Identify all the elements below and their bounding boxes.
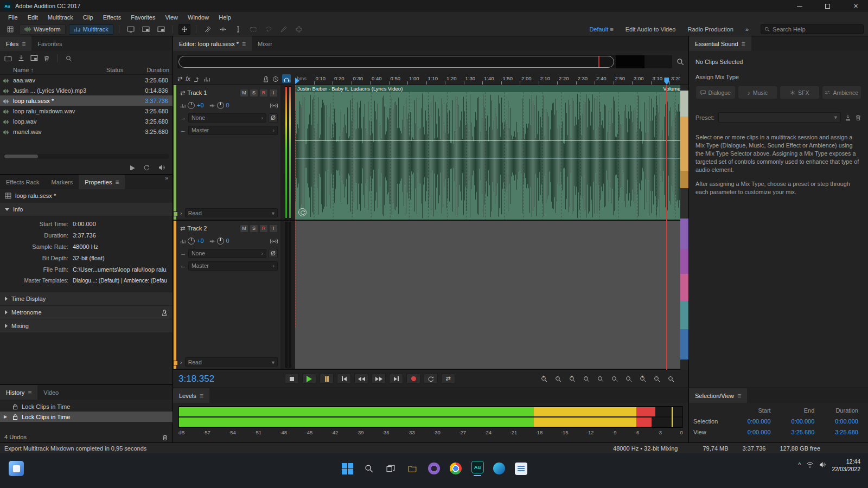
tray-network-icon[interactable] (803, 461, 816, 468)
section-time-display[interactable]: Time Display (0, 292, 173, 305)
taskbar-edge-icon[interactable] (488, 456, 510, 481)
time-selection-tool-icon[interactable] (232, 24, 244, 35)
panel-overflow-chevron[interactable]: » (165, 175, 173, 189)
mix-type-sfx-button[interactable]: SFX (780, 86, 820, 99)
metronome-toggle-icon[interactable] (263, 75, 269, 82)
menu-view[interactable]: View (160, 14, 183, 21)
arm-record-button[interactable]: R (259, 89, 268, 97)
tab-favorites[interactable]: Favorites (31, 36, 68, 51)
fast-forward-button[interactable] (372, 374, 386, 384)
mute-button[interactable]: M (240, 89, 248, 97)
tab-properties[interactable]: Properties≡ (79, 175, 125, 189)
section-metronome[interactable]: Metronome (0, 306, 173, 319)
lasso-selection-tool-icon[interactable] (263, 24, 275, 35)
mute-button[interactable]: M (240, 224, 248, 233)
help-search-input[interactable] (773, 26, 860, 33)
panel-menu-icon[interactable]: ≡ (115, 178, 119, 186)
view-start-value[interactable]: 0:00.000 (732, 427, 776, 438)
zoom-out-amplitude-button[interactable]: − (582, 375, 591, 383)
menu-help[interactable]: Help (214, 14, 236, 21)
tab-effects-rack[interactable]: Effects Rack (0, 175, 46, 189)
panel-menu-icon[interactable]: ≡ (242, 40, 246, 48)
panel-menu-icon[interactable]: ≡ (742, 40, 745, 48)
tab-files[interactable]: Files≡ (0, 36, 31, 51)
panel-menu-icon[interactable]: ≡ (28, 389, 31, 396)
close-button[interactable]: × (844, 0, 868, 12)
audio-clip[interactable]: Justin Bieber - Baby ft. Ludacris (Lyric… (295, 85, 687, 220)
taskbar-media-app-icon[interactable] (423, 456, 445, 481)
routing-icon[interactable] (194, 75, 200, 82)
files-column-header[interactable]: Name ↑ Status Duration (0, 65, 173, 75)
slip-tool-icon[interactable] (217, 24, 229, 35)
tab-mixer[interactable]: Mixer (252, 36, 278, 51)
spectral-pitch-display-icon[interactable] (155, 24, 167, 35)
menu-edit[interactable]: Edit (23, 14, 43, 21)
start-time-value[interactable]: 0:00.000 (73, 221, 167, 227)
track-drag-handle-icon[interactable]: ⇄ (180, 89, 185, 97)
zoom-out-time-button[interactable]: − (554, 375, 563, 383)
menu-multitrack[interactable]: Multitrack (43, 14, 78, 21)
automation-mode-selector[interactable]: Read▾ (185, 208, 278, 217)
volume-knob[interactable] (188, 102, 195, 109)
section-info[interactable]: Info (0, 203, 173, 216)
metering-icon[interactable] (203, 75, 210, 82)
panel-menu-icon[interactable]: ≡ (200, 392, 203, 400)
track-expand-chevron[interactable]: › (180, 359, 182, 365)
volume-value[interactable]: +0 (197, 102, 204, 108)
open-file-icon[interactable] (4, 54, 12, 62)
timeline-ruler[interactable]: hms 0:10 0:20 0:30 0:40 0:50 1:00 1:10 1… (295, 73, 680, 85)
tab-markers[interactable]: Markers (46, 175, 79, 189)
file-row-selected[interactable]: loop ralu.sesx *3:37.736 (0, 95, 173, 106)
file-row[interactable]: aaa.wav3:25.680 (0, 75, 173, 85)
menu-favorites[interactable]: Favorites (126, 14, 160, 21)
preview-play-icon[interactable] (129, 164, 135, 170)
monitor-input-button[interactable]: I (269, 224, 278, 233)
new-item-icon[interactable] (30, 54, 38, 62)
workspace-edit-audio-to-video[interactable]: Edit Audio to Video (621, 26, 680, 33)
shuffle-clips-icon[interactable]: ⇄ (177, 75, 182, 82)
spectral-display-icon[interactable] (140, 24, 152, 35)
taskbar-file-explorer-icon[interactable] (401, 456, 423, 481)
zoom-in-at-playhead-button[interactable]: + (639, 375, 647, 383)
menu-file[interactable]: File (3, 14, 23, 21)
track-input-selector[interactable]: None› (188, 113, 266, 123)
track-drag-handle-icon[interactable]: ⇄ (180, 225, 185, 232)
broadcast-monitor-icon[interactable] (270, 237, 278, 244)
marquee-selection-tool-icon[interactable] (247, 24, 259, 35)
automation-mode-selector[interactable]: Read▾ (185, 357, 278, 367)
zoom-to-out-point-button[interactable] (610, 375, 619, 383)
file-row[interactable]: manel.wav3:25.680 (0, 126, 173, 137)
file-row[interactable]: loop ralu_mixdown.wav3:25.680 (0, 106, 173, 116)
taskbar-search-icon[interactable] (358, 456, 380, 481)
track-output-selector[interactable]: Master› (188, 261, 278, 271)
volume-value[interactable]: +0 (197, 237, 204, 244)
time-display[interactable]: 3:18.352 (178, 374, 282, 384)
preset-dropdown[interactable]: ▾ (718, 112, 841, 123)
clear-history-trash-icon[interactable] (162, 433, 168, 440)
phase-invert-button[interactable]: Ø (269, 113, 278, 123)
broadcast-monitor-icon[interactable] (270, 101, 278, 108)
selection-duration-value[interactable]: 0:00.000 (820, 416, 864, 427)
clip-header[interactable]: Justin Bieber - Baby ft. Ludacris (Lyric… (295, 85, 687, 92)
track-1-lane[interactable]: Justin Bieber - Baby ft. Ludacris (Lyric… (295, 85, 688, 220)
workspace-default[interactable]: Default ≡ (585, 26, 617, 33)
clip-automation-label[interactable]: Volume (663, 86, 681, 92)
metronome-icon[interactable] (161, 309, 168, 316)
taskbar-task-view-icon[interactable] (380, 456, 401, 481)
tab-editor[interactable]: Editor: loop ralu.sesx *≡ (173, 36, 252, 51)
zoom-to-in-point-button[interactable] (596, 375, 605, 383)
volume-knob[interactable] (188, 237, 195, 245)
pause-button[interactable] (320, 374, 334, 384)
track-input-selector[interactable]: None› (188, 249, 266, 258)
mix-type-dialogue-button[interactable]: Dialogue (695, 86, 736, 99)
solo-button[interactable]: S (250, 224, 258, 233)
tab-selection-view[interactable]: Selection/View≡ (689, 388, 747, 403)
taskbar-chrome-icon[interactable] (445, 456, 467, 481)
taskbar-audition-icon-active[interactable]: Au (467, 456, 488, 481)
zoom-out-at-playhead-button[interactable]: − (653, 375, 661, 383)
files-horizontal-scrollbar[interactable] (3, 154, 169, 159)
rewind-button[interactable] (354, 374, 368, 384)
menu-clip[interactable]: Clip (78, 14, 98, 21)
pan-value[interactable]: 0 (226, 102, 229, 108)
mix-type-ambience-button[interactable]: Ambience (822, 86, 862, 99)
